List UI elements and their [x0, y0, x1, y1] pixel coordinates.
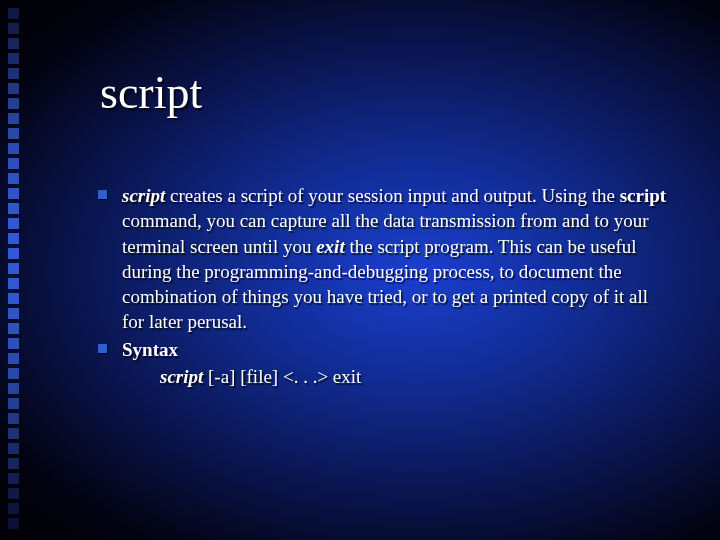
exit-keyword: exit — [316, 236, 345, 257]
deco-square — [8, 158, 19, 169]
decoration-column — [0, 0, 36, 540]
command-name: script — [122, 185, 165, 206]
slide-title: script — [100, 66, 202, 119]
syntax-label: Syntax — [122, 339, 178, 360]
deco-square — [8, 383, 19, 394]
deco-square — [8, 293, 19, 304]
deco-square — [8, 143, 19, 154]
deco-square — [8, 473, 19, 484]
syntax-args: [-a] [file] <. . .> exit — [203, 366, 361, 387]
bullet-item: Syntax script [-a] [file] <. . .> exit — [122, 337, 667, 390]
bullet-icon — [98, 190, 107, 199]
command-name: script — [160, 366, 203, 387]
deco-square — [8, 98, 19, 109]
deco-square — [8, 248, 19, 259]
deco-square — [8, 188, 19, 199]
deco-square — [8, 308, 19, 319]
content-area: script creates a script of your session … — [122, 183, 667, 391]
deco-square — [8, 278, 19, 289]
deco-square — [8, 173, 19, 184]
bullet-item: script creates a script of your session … — [122, 183, 667, 335]
deco-square — [8, 83, 19, 94]
deco-square — [8, 413, 19, 424]
slide: script script creates a script of your s… — [0, 0, 720, 540]
deco-square — [8, 338, 19, 349]
deco-square — [8, 23, 19, 34]
deco-square — [8, 8, 19, 19]
deco-square — [8, 398, 19, 409]
deco-square — [8, 503, 19, 514]
deco-square — [8, 263, 19, 274]
body-text: creates a script of your session input a… — [165, 185, 619, 206]
deco-square — [8, 428, 19, 439]
command-name: script — [620, 185, 666, 206]
deco-square — [8, 68, 19, 79]
deco-square — [8, 128, 19, 139]
deco-square — [8, 113, 19, 124]
deco-square — [8, 233, 19, 244]
deco-square — [8, 323, 19, 334]
deco-square — [8, 368, 19, 379]
deco-square — [8, 443, 19, 454]
deco-square — [8, 218, 19, 229]
deco-square — [8, 518, 19, 529]
deco-square — [8, 203, 19, 214]
deco-square — [8, 53, 19, 64]
deco-square — [8, 38, 19, 49]
bullet-icon — [98, 344, 107, 353]
deco-square — [8, 353, 19, 364]
deco-square — [8, 488, 19, 499]
syntax-line: script [-a] [file] <. . .> exit — [122, 364, 667, 389]
deco-square — [8, 458, 19, 469]
